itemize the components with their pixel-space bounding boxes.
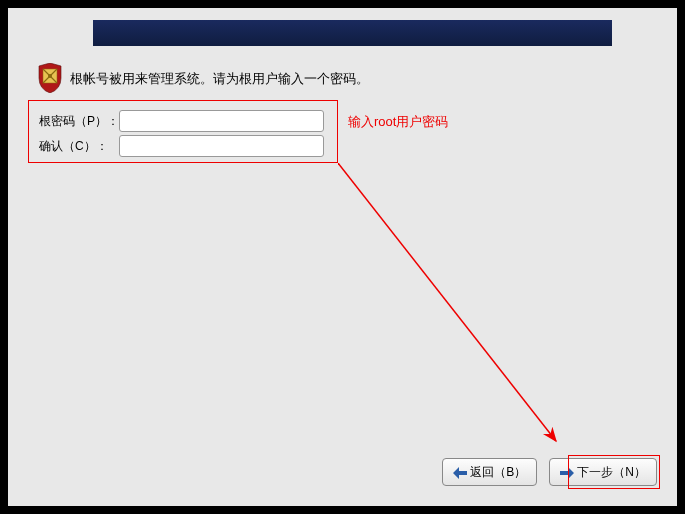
confirm-label: 确认（C）：	[39, 138, 119, 155]
annotation-arrow	[338, 163, 568, 453]
annotation-text: 输入root用户密码	[348, 113, 448, 131]
next-button-label: 下一步（N）	[577, 464, 646, 481]
confirm-password-input[interactable]	[119, 135, 324, 157]
password-form-highlight: 根密码（P）： 确认（C）：	[28, 100, 338, 163]
root-password-input[interactable]	[119, 110, 324, 132]
confirm-row: 确认（C）：	[39, 134, 324, 158]
next-button[interactable]: 下一步（N）	[549, 458, 657, 486]
back-button[interactable]: 返回（B）	[442, 458, 537, 486]
arrow-left-icon	[453, 465, 467, 479]
header-bar	[93, 20, 612, 46]
button-bar: 返回（B） 下一步（N）	[442, 458, 657, 486]
installer-window: 根帐号被用来管理系统。请为根用户输入一个密码。 根密码（P）： 确认（C）： 输…	[8, 8, 677, 506]
svg-point-1	[48, 74, 52, 78]
back-button-label: 返回（B）	[470, 464, 526, 481]
arrow-right-icon	[560, 465, 574, 479]
password-row: 根密码（P）：	[39, 109, 324, 133]
svg-line-2	[338, 163, 556, 441]
description-text: 根帐号被用来管理系统。请为根用户输入一个密码。	[70, 70, 369, 88]
shield-icon	[38, 63, 62, 93]
password-label: 根密码（P）：	[39, 113, 119, 130]
